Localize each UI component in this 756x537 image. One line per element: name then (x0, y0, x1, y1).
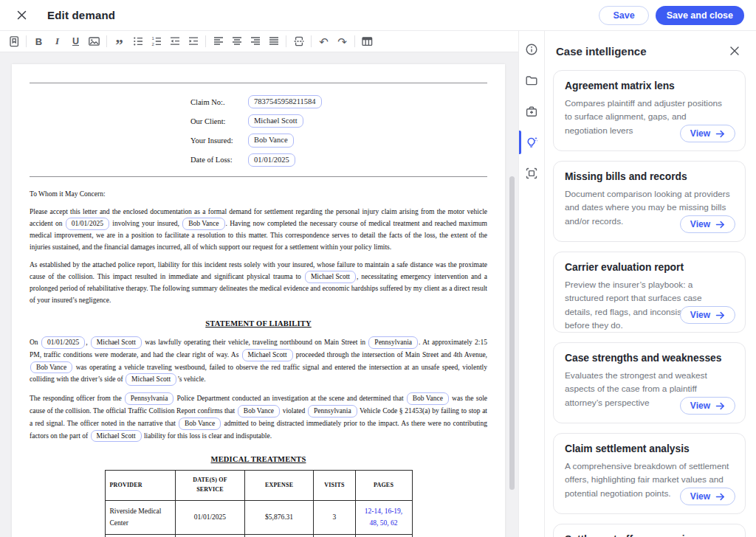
toolbar-divider (354, 35, 355, 47)
card-title: Carrier evaluation report (565, 262, 734, 273)
arrow-right-icon (715, 130, 725, 138)
outdent-icon[interactable] (165, 33, 184, 50)
panel-close-icon[interactable] (725, 41, 744, 60)
arrow-right-icon (715, 221, 725, 229)
medical-treatments-table: PROVIDERDATE(S) OF SERVICEEXPENSEVISITSP… (105, 470, 413, 537)
save-and-close-button[interactable]: Save and close (656, 6, 744, 25)
field-chip[interactable]: Bob Vance (238, 405, 280, 418)
blockquote-icon[interactable]: ” (110, 36, 128, 53)
field-chip[interactable]: Michael Scott (91, 430, 142, 443)
svg-text:2: 2 (151, 42, 154, 46)
card-title: Case strengths and weaknesses (565, 353, 734, 364)
view-button[interactable]: View (680, 488, 735, 505)
toolbar-divider (205, 35, 206, 47)
image-icon[interactable] (85, 33, 103, 50)
view-button[interactable]: View (680, 397, 735, 415)
table-cell: $6,245.00 (244, 535, 314, 537)
intelligence-card: Case strengths and weaknessesEvaluates t… (553, 342, 746, 423)
page-title: Edit demand (47, 9, 115, 21)
page-links[interactable]: 12-14, 16-19, 48, 50, 62 (355, 501, 412, 535)
letter-paragraph: The responding officer from the Pennsylv… (30, 392, 487, 442)
table-header: PROVIDER (105, 471, 176, 501)
bold-icon[interactable]: B (30, 33, 48, 50)
field-chip[interactable]: Michael Scott (91, 336, 142, 349)
field-chip[interactable]: 01/01/2025 (41, 336, 85, 349)
field-chip[interactable]: Bob Vance (30, 361, 72, 374)
panel-title: Case intelligence (556, 45, 647, 58)
template-frame-icon[interactable] (519, 158, 544, 189)
field-chip[interactable]: Bob Vance (248, 134, 294, 147)
toolbar-divider (106, 35, 107, 47)
field-chip[interactable]: Pennsylvania (368, 336, 418, 349)
letter-paragraph: Please accept this letter and the enclos… (30, 207, 487, 253)
lightbulb-sparkle-icon[interactable] (519, 127, 544, 158)
editor-pane: B I U ” 1 2 (0, 31, 519, 537)
numbered-list-icon[interactable]: 1 2 (147, 33, 165, 50)
letter-paragraph: As established by the attached police re… (30, 260, 487, 306)
arrow-right-icon (715, 493, 725, 501)
indent-icon[interactable] (184, 33, 202, 50)
svg-text:1: 1 (151, 36, 154, 41)
claim-field-row: Our Client:Michael Scott (190, 114, 487, 128)
field-chip[interactable]: Bob Vance (179, 418, 221, 430)
case-intelligence-panel: Case intelligence Agreement matrix lensC… (544, 31, 756, 537)
document-page: Claim No:.7837545958211584Our Client:Mic… (12, 64, 505, 537)
document-scrollbar[interactable] (509, 176, 515, 490)
bullet-list-icon[interactable] (128, 33, 147, 50)
card-title: Claim settlement analysis (565, 443, 734, 454)
field-chip[interactable]: Pennsylvania (125, 392, 174, 405)
field-label: Date of Loss: (190, 156, 248, 164)
align-center-icon[interactable] (227, 33, 246, 50)
field-label: Claim No:. (190, 98, 248, 106)
field-chip[interactable]: Michael Scott (305, 271, 356, 283)
page-break-icon[interactable] (289, 33, 308, 50)
undo-icon[interactable]: ↶ (315, 33, 333, 50)
align-justify-icon[interactable] (264, 33, 283, 50)
close-icon[interactable] (12, 6, 31, 25)
view-button[interactable]: View (680, 215, 735, 233)
field-label: Your Insured: (190, 136, 248, 145)
document-rule (30, 176, 487, 177)
underline-icon[interactable]: U (66, 33, 85, 50)
field-chip[interactable]: 01/01/2025 (248, 153, 295, 167)
align-right-icon[interactable] (246, 33, 264, 50)
fields-icon[interactable] (4, 33, 23, 50)
info-icon[interactable] (519, 34, 544, 65)
table-cell: $5,876.31 (244, 501, 314, 535)
field-chip[interactable]: Pennsylvania (308, 405, 357, 418)
page-links[interactable]: 22-25, 30-33, 42, 54, 70 (355, 535, 412, 537)
field-chip[interactable]: Michael Scott (126, 373, 176, 386)
intelligence-card: Agreement matrix lensCompares plaintiff … (553, 70, 746, 151)
field-chip[interactable]: 7837545958211584 (248, 95, 322, 108)
view-button[interactable]: View (680, 306, 735, 324)
view-label: View (690, 491, 710, 502)
view-label: View (690, 401, 710, 411)
toolbar-divider (26, 35, 27, 47)
table-cell: 3 (314, 501, 355, 535)
intelligence-card: Claim settlement analysisA comprehensive… (553, 433, 746, 514)
italic-icon[interactable]: I (48, 33, 66, 50)
document-canvas: Claim No:.7837545958211584Our Client:Mic… (0, 52, 518, 537)
claim-fields: Claim No:.7837545958211584Our Client:Mic… (190, 95, 487, 167)
align-left-icon[interactable] (209, 33, 227, 50)
table-header: EXPENSE (244, 471, 314, 501)
redo-icon[interactable]: ↷ (333, 33, 351, 50)
claim-field-row: Date of Loss:01/01/2025 (190, 153, 487, 167)
folder-icon[interactable] (519, 65, 544, 96)
table-row: Green Valley Hospital02/01/2025$6,245.00… (105, 535, 412, 537)
table-icon[interactable] (358, 33, 377, 50)
field-chip[interactable]: Bob Vance (182, 218, 224, 230)
card-title: Settlement offer comparisons (565, 534, 734, 537)
field-chip[interactable]: 01/01/2025 (66, 218, 109, 230)
case-plus-icon[interactable] (519, 96, 544, 127)
field-chip[interactable]: Michael Scott (248, 114, 303, 128)
view-button[interactable]: View (680, 125, 735, 142)
intelligence-cards: Agreement matrix lensCompares plaintiff … (553, 70, 746, 537)
letter-paragraph: To Whom it May Concern: (30, 189, 487, 200)
document-rule (30, 83, 487, 83)
field-chip[interactable]: Bob Vance (407, 392, 449, 405)
field-chip[interactable]: Michael Scott (242, 349, 293, 361)
card-description: Preview the insurer’s playbook: a struct… (565, 278, 734, 332)
table-header: PAGES (355, 471, 412, 501)
save-button[interactable]: Save (599, 6, 648, 25)
